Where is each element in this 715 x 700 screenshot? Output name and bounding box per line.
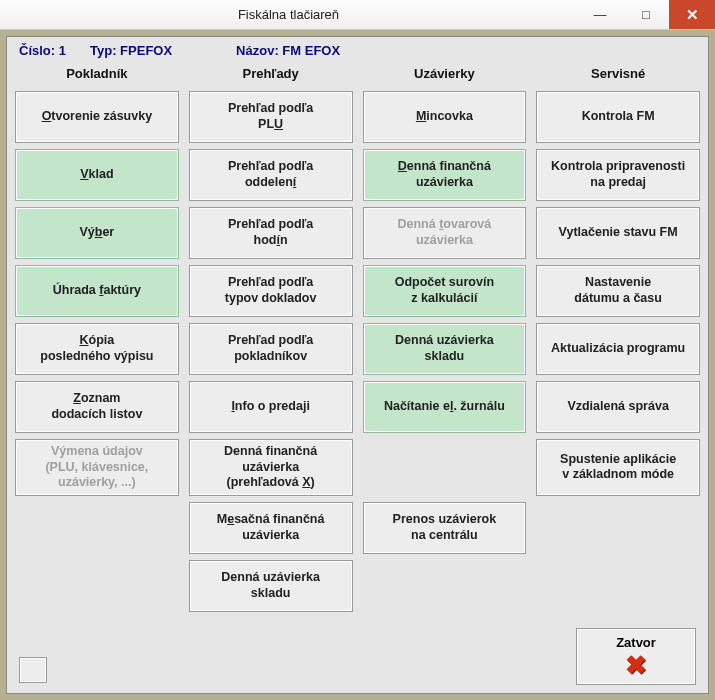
window-close-button[interactable]: ✕: [669, 0, 715, 29]
action-button: Denná tovarová uzávierka: [363, 207, 527, 259]
action-button[interactable]: Odpočet surovín z kalkulácií: [363, 265, 527, 317]
close-button[interactable]: Zatvor ✖: [576, 628, 696, 685]
action-button[interactable]: Vklad: [15, 149, 179, 201]
action-button[interactable]: Mesačná finančná uzávierka: [189, 502, 353, 554]
action-button: Výmena údajov (PLU, klávesnice, uzávierk…: [15, 439, 179, 496]
window-buttons: — □ ✕: [577, 0, 715, 29]
action-button[interactable]: Prenos uzávierok na centrálu: [363, 502, 527, 554]
action-button[interactable]: Prehľad podľa typov dokladov: [189, 265, 353, 317]
action-button[interactable]: Info o predaji: [189, 381, 353, 433]
action-button[interactable]: Denná finančná uzávierka (prehľadová X): [189, 439, 353, 496]
action-button[interactable]: Spustenie aplikácie v základnom móde: [536, 439, 700, 496]
column-header: Pokladník: [15, 64, 179, 85]
window: Fiskálna tlačiareň — □ ✕ Číslo: 1 Typ: F…: [0, 0, 715, 700]
action-button[interactable]: Mincovka: [363, 91, 527, 143]
titlebar: Fiskálna tlačiareň — □ ✕: [0, 0, 715, 30]
action-button[interactable]: Denná uzávierka skladu: [189, 560, 353, 612]
action-button[interactable]: Nastavenie dátumu a času: [536, 265, 700, 317]
action-button[interactable]: Kontrola pripravenosti na predaj: [536, 149, 700, 201]
main-panel: Číslo: 1 Typ: FPEFOX Názov: FM EFOX Pokl…: [6, 36, 709, 694]
info-row: Číslo: 1 Typ: FPEFOX Názov: FM EFOX: [15, 41, 700, 64]
action-button[interactable]: Načítanie el. žurnálu: [363, 381, 527, 433]
close-bar: Zatvor ✖: [576, 628, 696, 685]
action-button[interactable]: Kontrola FM: [536, 91, 700, 143]
content: Číslo: 1 Typ: FPEFOX Názov: FM EFOX Pokl…: [0, 30, 715, 700]
info-typ: Typ: FPEFOX: [90, 43, 172, 58]
minimize-button[interactable]: —: [577, 0, 623, 29]
small-box[interactable]: [19, 657, 47, 683]
maximize-button[interactable]: □: [623, 0, 669, 29]
action-button[interactable]: Denná finančná uzávierka: [363, 149, 527, 201]
action-button[interactable]: Prehľad podľa oddelení: [189, 149, 353, 201]
action-button[interactable]: Kópia posledného výpisu: [15, 323, 179, 375]
action-button[interactable]: Denná uzávierka skladu: [363, 323, 527, 375]
column-header: Servisné: [536, 64, 700, 85]
action-button[interactable]: Aktualizácia programu: [536, 323, 700, 375]
action-button[interactable]: Prehľad podľa PLU: [189, 91, 353, 143]
column-header: Prehľady: [189, 64, 353, 85]
action-button[interactable]: Otvorenie zásuvky: [15, 91, 179, 143]
action-button[interactable]: Úhrada faktúry: [15, 265, 179, 317]
info-cislo: Číslo: 1: [19, 43, 66, 58]
column-header: Uzávierky: [363, 64, 527, 85]
window-title: Fiskálna tlačiareň: [0, 0, 577, 29]
button-grid: PokladníkPrehľadyUzávierkyServisnéOtvore…: [15, 64, 700, 612]
action-button[interactable]: Prehľad podľa pokladníkov: [189, 323, 353, 375]
action-button[interactable]: Výber: [15, 207, 179, 259]
info-nazov: Názov: FM EFOX: [236, 43, 340, 58]
close-icon: ✖: [581, 652, 691, 678]
action-button[interactable]: Vytlačenie stavu FM: [536, 207, 700, 259]
action-button[interactable]: Zoznam dodacích listov: [15, 381, 179, 433]
close-button-label: Zatvor: [616, 635, 656, 650]
action-button[interactable]: Vzdialená správa: [536, 381, 700, 433]
action-button[interactable]: Prehľad podľa hodín: [189, 207, 353, 259]
